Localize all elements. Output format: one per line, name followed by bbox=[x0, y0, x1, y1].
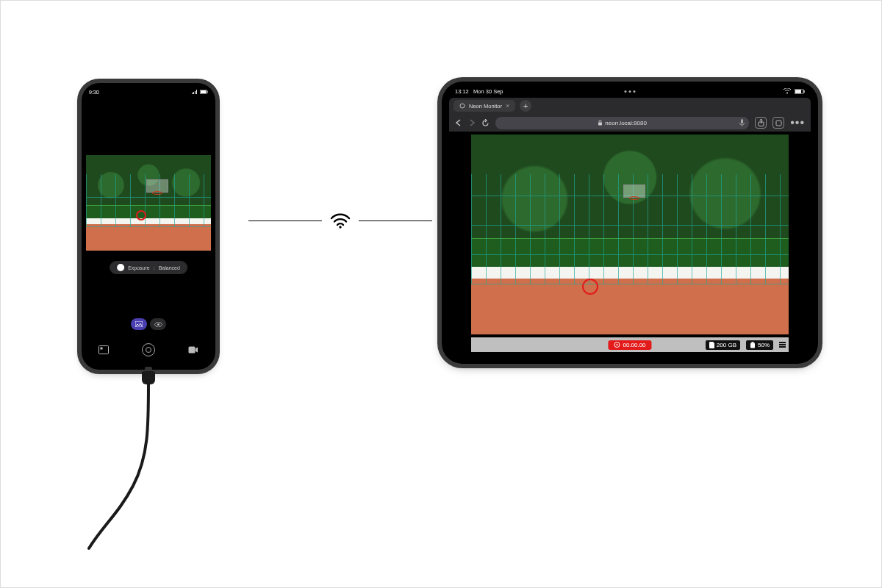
toggle-eye-mode[interactable] bbox=[150, 318, 166, 330]
svg-rect-7 bbox=[189, 347, 196, 354]
url-field[interactable]: neon.local:8080 bbox=[495, 117, 749, 129]
phone-camera-viewport[interactable] bbox=[86, 155, 211, 251]
reload-icon[interactable] bbox=[481, 119, 490, 127]
browser-tab-title: Neon Monitor bbox=[469, 103, 502, 110]
svg-point-4 bbox=[157, 323, 159, 326]
svg-rect-19 bbox=[751, 342, 753, 343]
phone-bottom-bar bbox=[82, 340, 215, 359]
record-icon bbox=[614, 342, 620, 348]
svg-rect-12 bbox=[804, 90, 805, 93]
more-icon[interactable]: ••• bbox=[790, 116, 805, 129]
focus-ring[interactable] bbox=[582, 279, 598, 295]
phone-mode-toggles bbox=[131, 318, 166, 330]
eye-icon bbox=[154, 322, 162, 327]
browser-tab[interactable]: Neon Monitor × bbox=[453, 100, 515, 112]
svg-rect-6 bbox=[100, 348, 102, 350]
wifi-icon bbox=[330, 212, 351, 229]
menu-icon[interactable] bbox=[779, 342, 786, 348]
browser-content: 00.00.00 200 GB 50% bbox=[449, 132, 811, 356]
toggle-photo-mode[interactable] bbox=[131, 318, 147, 330]
basketball-hoop bbox=[146, 179, 168, 198]
battery-status-icon bbox=[795, 89, 805, 94]
back-icon[interactable] bbox=[455, 119, 462, 126]
svg-rect-14 bbox=[598, 123, 602, 126]
battery-indicator: 50% bbox=[746, 340, 773, 350]
mic-icon[interactable] bbox=[739, 119, 745, 126]
video-icon[interactable] bbox=[188, 346, 198, 354]
lock-icon bbox=[598, 120, 603, 126]
exposure-icon bbox=[117, 264, 124, 271]
monitor-viewport[interactable] bbox=[471, 135, 789, 334]
sd-card-icon bbox=[709, 342, 714, 348]
image-icon bbox=[135, 321, 143, 327]
browser-address-bar: neon.local:8080 ••• bbox=[449, 114, 811, 132]
svg-rect-5 bbox=[98, 346, 108, 354]
phone-status-bar: 9:30 bbox=[89, 87, 208, 96]
phone-device: 9:30 Exposure : Balanced bbox=[82, 83, 215, 370]
battery-icon bbox=[200, 90, 208, 94]
tablet-device: 13:12 Mon 30 Sep Neon Monitor × + bbox=[442, 82, 818, 364]
battery-value: 50% bbox=[758, 342, 770, 348]
storage-value: 200 GB bbox=[717, 342, 736, 348]
tablet-date: Mon 30 Sep bbox=[473, 88, 503, 95]
browser-tab-strip: Neon Monitor × + bbox=[449, 98, 811, 114]
record-timecode: 00.00.00 bbox=[623, 342, 645, 348]
svg-rect-11 bbox=[795, 90, 801, 93]
battery-small-icon bbox=[750, 342, 756, 348]
connection-line bbox=[248, 220, 322, 221]
tablet-clock: 13:12 bbox=[455, 88, 469, 95]
scene-basketball-court bbox=[86, 155, 211, 251]
forward-icon[interactable] bbox=[468, 119, 476, 126]
wifi-status-icon bbox=[784, 88, 791, 94]
svg-point-13 bbox=[460, 104, 465, 108]
scene-basketball-court bbox=[471, 135, 789, 334]
exposure-pill[interactable]: Exposure : Balanced bbox=[110, 261, 187, 274]
record-indicator[interactable]: 00.00.00 bbox=[608, 340, 651, 350]
exposure-label: Exposure bbox=[128, 265, 150, 270]
connection-line bbox=[359, 220, 432, 221]
basketball-hoop bbox=[623, 184, 645, 204]
url-text: neon.local:8080 bbox=[605, 120, 647, 126]
tabs-icon[interactable] bbox=[772, 117, 784, 129]
svg-point-8 bbox=[339, 226, 341, 228]
svg-rect-2 bbox=[207, 91, 208, 93]
storage-indicator: 200 GB bbox=[706, 340, 740, 350]
phone-clock: 9:30 bbox=[89, 90, 99, 95]
share-icon[interactable] bbox=[755, 117, 767, 129]
new-tab-button[interactable]: + bbox=[520, 100, 531, 112]
multitask-dots-icon[interactable] bbox=[625, 90, 636, 93]
exposure-value: Balanced bbox=[159, 265, 180, 270]
svg-rect-15 bbox=[741, 119, 743, 123]
usb-cable bbox=[74, 383, 221, 552]
svg-rect-1 bbox=[201, 90, 206, 93]
page-favicon-icon bbox=[459, 103, 465, 109]
monitor-bottom-strip: 00.00.00 200 GB 50% bbox=[471, 337, 789, 352]
gallery-icon[interactable] bbox=[98, 345, 109, 354]
svg-rect-17 bbox=[776, 121, 781, 126]
tablet-status-bar: 13:12 Mon 30 Sep bbox=[455, 86, 805, 96]
cellular-icon bbox=[192, 90, 198, 95]
shutter-button[interactable] bbox=[142, 343, 155, 356]
svg-rect-18 bbox=[750, 343, 755, 348]
close-tab-icon[interactable]: × bbox=[506, 102, 509, 110]
svg-point-9 bbox=[786, 93, 788, 94]
